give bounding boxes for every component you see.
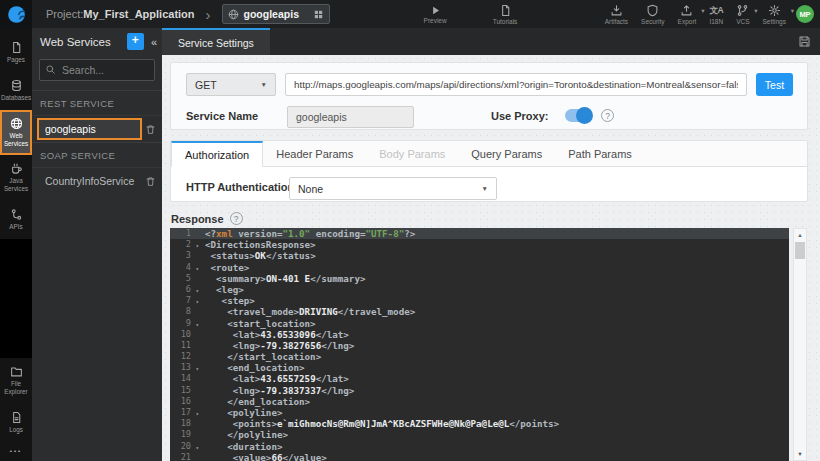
collapse-panel-button[interactable]: «	[148, 36, 160, 48]
tab-header-params[interactable]: Header Params	[263, 141, 366, 167]
settings-button[interactable]: ▾Settings	[761, 4, 789, 25]
rail-spacer	[0, 239, 32, 358]
help-icon[interactable]: ?	[601, 109, 614, 122]
vcs-button[interactable]: ▾VCS	[734, 4, 751, 25]
method-select[interactable]: GET ▼	[186, 73, 276, 96]
panel-title: Web Services	[40, 36, 123, 48]
code-line: 15 <lng>-79.3837337</lng>	[170, 385, 789, 396]
rail-item-web-services[interactable]: Web Services	[0, 110, 32, 156]
top-bar: Project:My_First_Application › googleapi…	[0, 0, 820, 28]
export-button[interactable]: ▾Export	[676, 4, 699, 25]
rail-item-pages[interactable]: Pages	[0, 34, 32, 72]
preview-button[interactable]: Preview	[424, 5, 447, 24]
tab-authorization[interactable]: Authorization	[171, 141, 263, 167]
save-icon[interactable]	[798, 35, 811, 48]
chevron-down-icon: ▾	[754, 7, 757, 15]
trash-icon[interactable]	[145, 176, 156, 187]
service-selector[interactable]: googleapis	[222, 4, 330, 24]
code-line: 11 <lng>-79.3827656</lng>	[170, 340, 789, 351]
breadcrumb: Project:My_First_Application	[46, 8, 195, 20]
line-number: 10	[170, 329, 200, 340]
project-label: Project:	[46, 8, 83, 20]
scrollbar-thumb[interactable]	[795, 242, 805, 259]
settings-icon	[768, 4, 781, 17]
artifacts-button[interactable]: Artifacts	[603, 4, 630, 25]
service-item-name: googleapis	[37, 118, 142, 140]
service-search-input[interactable]	[39, 59, 155, 81]
code-line: 5 <summary>ON-401 E</summary>	[170, 273, 789, 284]
code-line: 10 <lat>43.6533096</lat>	[170, 329, 789, 340]
tutorials-button[interactable]: Tutorials	[493, 4, 518, 25]
export-icon	[680, 4, 693, 17]
chevron-down-icon: ▼	[261, 81, 267, 88]
chevron-right-icon: ›	[206, 7, 211, 22]
web-services-icon	[10, 117, 23, 130]
service-item-CountryInfoService[interactable]: CountryInfoService	[32, 167, 162, 194]
left-rail: PagesDatabasesWeb ServicesJava ServicesA…	[0, 28, 32, 461]
rail-item-databases[interactable]: Databases	[0, 72, 32, 110]
editor-scrollbar[interactable]: ▲ ▼	[793, 228, 807, 461]
more-options-button[interactable]: •••	[0, 442, 32, 461]
line-number: 21	[170, 452, 200, 461]
tab-service-settings[interactable]: Service Settings	[162, 28, 270, 55]
code-line: 7▾ <step>	[170, 295, 789, 306]
service-name-input[interactable]	[287, 106, 414, 128]
code-line: 16 </end_location>	[170, 396, 789, 407]
line-number: 9▾	[170, 318, 200, 329]
line-number: 18	[170, 418, 200, 429]
line-number: 5	[170, 273, 200, 284]
rail-item-file-explorer[interactable]: File Explorer	[0, 358, 32, 404]
section-label: REST SERVICE	[32, 90, 162, 115]
code-line: 8 <travel_mode>DRIVING</travel_mode>	[170, 306, 789, 317]
databases-icon	[10, 79, 23, 92]
param-tabs: AuthorizationHeader ParamsBody ParamsQue…	[171, 141, 807, 167]
apis-icon	[10, 208, 23, 221]
test-button[interactable]: Test	[756, 73, 793, 96]
pages-icon	[10, 41, 23, 54]
rail-item-logs[interactable]: Logs	[0, 404, 32, 442]
line-number: 6▾	[170, 284, 200, 295]
service-item-name: CountryInfoService	[37, 170, 142, 192]
services-panel: Web Services + « REST SERVICEgoogleapisS…	[32, 28, 162, 461]
security-icon	[646, 4, 659, 17]
security-button[interactable]: Security	[639, 4, 666, 25]
code-line: 18 <points>e`miGhmocNs@Rm@N]JmA^KBcAZSFW…	[170, 418, 789, 429]
rail-item-java-services[interactable]: Java Services	[0, 155, 32, 201]
code-line: 13▾ <end_location>	[170, 362, 789, 373]
code-line: 1<?xml version="1.0" encoding="UTF-8"?>	[170, 228, 789, 239]
code-line: 20▾ <duration>	[170, 441, 789, 452]
service-name-label: Service Name	[186, 110, 258, 122]
code-line: 2▾<DirectionsResponse>	[170, 239, 789, 250]
scroll-up-icon[interactable]: ▲	[794, 229, 806, 241]
line-number: 1	[170, 228, 200, 239]
app-logo-icon[interactable]	[0, 0, 32, 28]
line-number: 7▾	[170, 295, 200, 306]
url-input[interactable]	[285, 73, 747, 96]
avatar[interactable]: MP	[796, 5, 814, 23]
tab-query-params[interactable]: Query Params	[458, 141, 555, 167]
document-icon	[499, 4, 512, 17]
trash-icon[interactable]	[145, 124, 156, 135]
i18n-button[interactable]: 文AI18N	[707, 4, 725, 25]
play-icon	[430, 5, 441, 16]
service-item-googleapis[interactable]: googleapis	[32, 115, 162, 142]
use-proxy-toggle[interactable]	[565, 109, 592, 122]
code-line: 3 <status>OK</status>	[170, 250, 789, 261]
add-service-button[interactable]: +	[127, 33, 144, 50]
code-line: 4▾ <route>	[170, 262, 789, 273]
chevron-down-icon: ▾	[791, 7, 794, 15]
response-code-editor[interactable]: 1<?xml version="1.0" encoding="UTF-8"?>2…	[170, 228, 789, 461]
grid-icon[interactable]	[313, 9, 324, 20]
settings-content: GET ▼ Test Service Name Use Proxy: ? Aut…	[162, 55, 820, 461]
code-line: 9▾ <start_location>	[170, 318, 789, 329]
rail-item-apis[interactable]: APIs	[0, 201, 32, 239]
line-number: 13▾	[170, 362, 200, 373]
help-icon[interactable]: ?	[230, 212, 243, 225]
tab-path-params[interactable]: Path Params	[555, 141, 645, 167]
scroll-down-icon[interactable]: ▼	[794, 449, 806, 460]
line-number: 11	[170, 340, 200, 351]
http-auth-select[interactable]: None ▼	[289, 177, 497, 200]
artifacts-icon	[610, 4, 623, 17]
code-line: 21 <value>66</value>	[170, 452, 789, 461]
logs-icon	[10, 411, 23, 424]
